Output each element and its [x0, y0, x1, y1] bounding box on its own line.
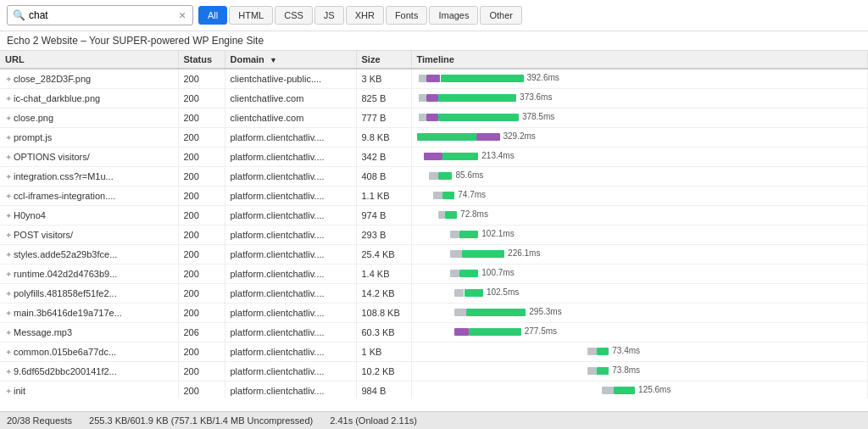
star-icon[interactable]: ✦: [5, 289, 12, 298]
cell-timeline: 373.6ms: [411, 89, 868, 109]
timeline-label: 226.1ms: [508, 248, 540, 258]
cell-size: 108.8 KB: [356, 304, 411, 323]
cell-status: 200: [178, 284, 225, 304]
cell-timeline: 329.2ms: [411, 128, 868, 148]
filter-tab-css[interactable]: CSS: [275, 6, 313, 25]
cell-url: ✦prompt.js: [0, 128, 178, 148]
table-row[interactable]: ✦ic-chat_darkblue.png200clientchatlive.c…: [0, 89, 868, 109]
cell-domain: clientchatlive.com: [225, 109, 356, 128]
cell-status: 206: [178, 323, 225, 343]
timeline-bar: [450, 270, 459, 277]
timeline-label: 73.8ms: [612, 365, 640, 375]
clear-button[interactable]: ×: [179, 8, 186, 22]
cell-timeline: 85.6ms: [411, 167, 868, 187]
filter-tab-other[interactable]: Other: [480, 6, 522, 25]
star-icon[interactable]: ✦: [5, 114, 12, 123]
star-icon[interactable]: ✦: [5, 309, 12, 318]
table-row[interactable]: ✦runtime.042d2d4763b9...200platform.clie…: [0, 265, 868, 284]
col-header-size: Size: [356, 51, 411, 69]
cell-status: 200: [178, 245, 225, 265]
cell-status: 200: [178, 109, 225, 128]
search-input[interactable]: [29, 9, 177, 21]
table-row[interactable]: ✦prompt.js200platform.clientchatliv....9…: [0, 128, 868, 148]
filter-tab-xhr[interactable]: XHR: [346, 6, 384, 25]
timeline-bar: [438, 114, 519, 121]
star-icon[interactable]: ✦: [5, 153, 12, 162]
cell-url: ✦ic-chat_darkblue.png: [0, 89, 178, 109]
star-icon[interactable]: ✦: [5, 133, 12, 142]
star-icon[interactable]: ✦: [5, 270, 12, 279]
cell-size: 974 B: [356, 206, 411, 226]
timeline-label: 392.6ms: [527, 73, 559, 82]
table-row[interactable]: ✦POST visitors/200platform.clientchatliv…: [0, 226, 868, 245]
star-icon[interactable]: ✦: [5, 211, 12, 220]
table-row[interactable]: ✦Message.mp3206platform.clientchatliv...…: [0, 323, 868, 343]
timeline-bar: [419, 75, 426, 82]
timeline-bar: [614, 387, 635, 394]
table-row[interactable]: ✦polyfills.481858ef51fe2...200platform.c…: [0, 284, 868, 304]
cell-url: ✦runtime.042d2d4763b9...: [0, 265, 178, 284]
table-row[interactable]: ✦close_282D3F.png200clientchatlive-publi…: [0, 69, 868, 89]
table-row[interactable]: ✦main.3b6416de19a717e...200platform.clie…: [0, 304, 868, 323]
star-icon[interactable]: ✦: [5, 328, 12, 337]
table-row[interactable]: ✦common.015be6a77dc...200platform.client…: [0, 343, 868, 362]
timeline-label: 329.2ms: [504, 131, 536, 141]
timeline-bar: [466, 309, 526, 316]
star-icon[interactable]: ✦: [5, 387, 12, 396]
filter-tab-js[interactable]: JS: [314, 6, 344, 25]
star-icon[interactable]: ✦: [5, 250, 12, 259]
timeline-bar: [442, 192, 454, 199]
table-row[interactable]: ✦H0yno4200platform.clientchatliv....974 …: [0, 206, 868, 226]
col-header-domain[interactable]: Domain ▼: [225, 51, 356, 69]
star-icon[interactable]: ✦: [5, 75, 12, 84]
timeline-label: 72.8ms: [460, 209, 488, 219]
cell-size: 14.2 KB: [356, 284, 411, 304]
star-icon[interactable]: ✦: [5, 231, 12, 240]
cell-domain: platform.clientchatliv....: [225, 226, 356, 245]
filter-tab-html[interactable]: HTML: [229, 6, 273, 25]
cell-size: 825 B: [356, 89, 411, 109]
table-row[interactable]: ✦styles.adde52a29b3fce...200platform.cli…: [0, 245, 868, 265]
filter-tab-images[interactable]: Images: [429, 6, 478, 25]
cell-status: 200: [178, 148, 225, 167]
timeline-label: 213.4ms: [481, 151, 514, 160]
cell-domain: platform.clientchatliv....: [225, 362, 356, 382]
table-row[interactable]: ✦init200platform.clientchatliv....984 B1…: [0, 382, 868, 399]
star-icon[interactable]: ✦: [5, 192, 12, 201]
cell-timeline: 392.6ms: [411, 69, 868, 89]
star-icon[interactable]: ✦: [5, 367, 12, 376]
cell-size: 60.3 KB: [356, 323, 411, 343]
cell-timeline: 102.5ms: [411, 284, 868, 304]
timeline-bar: [454, 289, 464, 297]
cell-url: ✦common.015be6a77dc...: [0, 343, 178, 362]
table-container[interactable]: URL Status Domain ▼ Size Timeline ✦close…: [0, 51, 868, 398]
col-header-url: URL: [0, 51, 178, 69]
timeline-bar: [450, 231, 459, 238]
timeline-bar: [426, 114, 438, 121]
filter-tab-all[interactable]: All: [198, 6, 227, 25]
cell-status: 200: [178, 69, 225, 89]
site-title: Echo 2 Website – Your SUPER-powered WP E…: [0, 31, 868, 51]
table-row[interactable]: ✦ccl-iframes-integration....200platform.…: [0, 187, 868, 206]
timeline-label: 102.5ms: [487, 287, 519, 297]
table-row[interactable]: ✦OPTIONS visitors/200platform.clientchat…: [0, 148, 868, 167]
cell-domain: platform.clientchatliv....: [225, 245, 356, 265]
timeline-bar: [476, 133, 500, 141]
filter-tab-fonts[interactable]: Fonts: [386, 6, 428, 25]
star-icon[interactable]: ✦: [5, 348, 12, 357]
timeline-bar: [597, 348, 609, 355]
star-icon[interactable]: ✦: [5, 172, 12, 181]
timeline-bar: [445, 211, 457, 219]
cell-size: 777 B: [356, 109, 411, 128]
table-row[interactable]: ✦integration.css?r=M1u...200platform.cli…: [0, 167, 868, 187]
cell-timeline: 378.5ms: [411, 109, 868, 128]
search-box[interactable]: 🔍 ×: [7, 5, 193, 25]
requests-table: URL Status Domain ▼ Size Timeline ✦close…: [0, 51, 868, 398]
cell-url: ✦ccl-iframes-integration....: [0, 187, 178, 206]
table-row[interactable]: ✦close.png200clientchatlive.com777 B378.…: [0, 109, 868, 128]
cell-status: 200: [178, 89, 225, 109]
table-row[interactable]: ✦9.6df65d2bbc200141f2...200platform.clie…: [0, 362, 868, 382]
star-icon[interactable]: ✦: [5, 94, 12, 103]
cell-domain: platform.clientchatliv....: [225, 343, 356, 362]
cell-size: 342 B: [356, 148, 411, 167]
